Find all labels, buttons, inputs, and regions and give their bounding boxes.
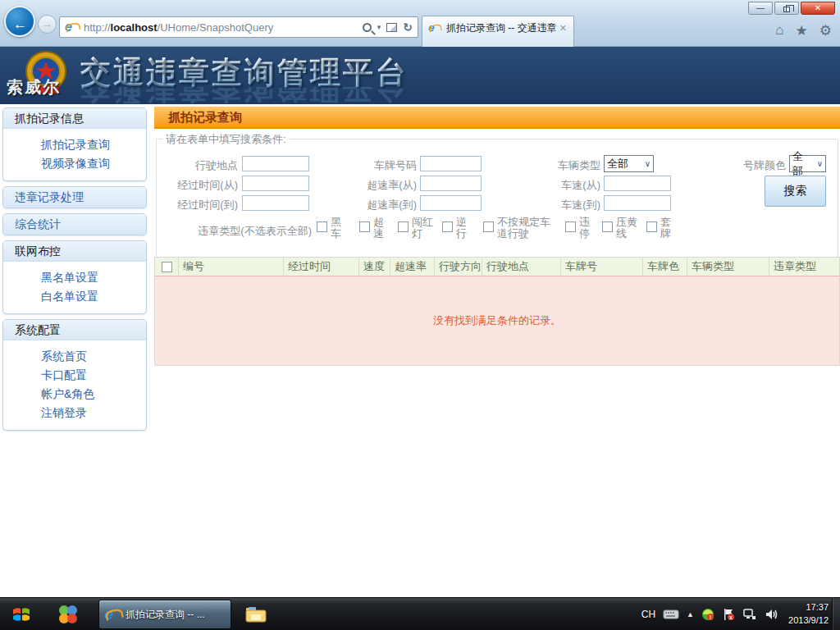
col-overspeed-rate: 超速率 — [390, 258, 435, 276]
ie-favicon: e — [65, 21, 79, 34]
compatibility-view-icon[interactable] — [386, 23, 397, 32]
home-icon[interactable]: ⌂ — [775, 22, 783, 39]
speed-from-input[interactable] — [604, 176, 671, 191]
address-bar[interactable]: e http://localhost/UHome/SnapshotQuery ▾… — [59, 16, 418, 38]
violation-option-text: 闯红灯 — [412, 217, 436, 240]
sidebar-item-checkpoint-config[interactable]: 卡口配置 — [3, 366, 146, 385]
antivirus-tray-icon[interactable]: ! — [701, 608, 714, 621]
network-icon[interactable] — [742, 608, 757, 621]
violation-option-speeding[interactable]: 超速 — [359, 217, 386, 240]
violation-option-text: 套牌 — [660, 217, 673, 240]
violation-option-text: 逆行 — [456, 217, 468, 240]
violation-option-fake-plate[interactable]: 套牌 — [646, 217, 673, 240]
select-all-checkbox[interactable] — [162, 262, 172, 272]
explorer-folder-icon[interactable] — [242, 601, 270, 628]
sidebar-item-blacklist[interactable]: 黑名单设置 — [3, 268, 146, 287]
svg-text:x: x — [729, 614, 733, 620]
sidebar-header-system-config[interactable]: 系统配置 — [3, 320, 146, 340]
violation-option-black-car[interactable]: 黑车 — [317, 217, 343, 240]
settings-gear-icon[interactable]: ⚙ — [819, 22, 832, 39]
checkbox-speeding[interactable] — [359, 221, 370, 232]
plate-color-label: 号牌颜色 — [704, 158, 786, 173]
vehicle-type-select[interactable]: 全部∨ — [604, 155, 654, 172]
checkbox-yellow-line[interactable] — [602, 221, 613, 232]
sidebar-section-network-control: 联网布控 黑名单设置 白名单设置 — [2, 240, 147, 314]
sidebar-item-whitelist[interactable]: 白名单设置 — [3, 287, 146, 306]
tab-close-icon[interactable]: ✕ — [558, 23, 568, 34]
close-button[interactable]: ✕ — [801, 2, 835, 15]
tab-title: 抓拍记录查询 -- 交通违章… — [446, 21, 558, 35]
browser-tab[interactable]: e 抓拍记录查询 -- 交通违章… ✕ — [422, 16, 574, 47]
plate-color-select[interactable]: 全部∨ — [789, 155, 826, 172]
checkbox-black-car[interactable] — [317, 221, 327, 232]
sidebar-section-statistics: 综合统计 — [2, 213, 147, 235]
sidebar-item-logout[interactable]: 注销登录 — [3, 404, 146, 422]
main-content: 抓拍记录查询 请在表单中填写搜索条件: 行驶地点 车牌号码 车辆类型 全部∨ 号… — [154, 107, 840, 275]
show-desktop-button[interactable] — [832, 598, 840, 630]
back-arrow-icon: ← — [13, 16, 27, 33]
violation-option-wrong-way[interactable]: 逆行 — [442, 217, 468, 240]
sidebar-item-accounts-roles[interactable]: 帐户&角色 — [3, 385, 146, 404]
restore-button[interactable] — [774, 2, 799, 15]
violation-option-text: 压黄线 — [616, 217, 640, 240]
overspeed-from-input[interactable] — [420, 176, 482, 191]
chevron-down-icon[interactable]: ▾ — [377, 23, 381, 31]
speed-to-input[interactable] — [604, 195, 671, 211]
pinwheel-app-icon[interactable] — [54, 601, 82, 628]
sidebar-item-system-home[interactable]: 系统首页 — [3, 347, 146, 366]
violation-option-red-light[interactable]: 闯红灯 — [398, 217, 436, 240]
system-tray: CH ▲ ! x — [641, 598, 778, 630]
action-center-flag-icon[interactable]: x — [722, 608, 735, 621]
search-button[interactable]: 搜索 — [765, 176, 826, 207]
taskbar-ie-button[interactable]: e 抓拍记录查询 -- ... — [98, 600, 231, 629]
svg-text:!: ! — [710, 614, 711, 620]
tray-expand-icon[interactable]: ▲ — [687, 610, 694, 619]
refresh-icon[interactable]: ↻ — [403, 21, 413, 34]
start-button[interactable] — [7, 600, 36, 629]
violation-option-wrong-lane[interactable]: 不按规定车道行驶 — [483, 217, 555, 240]
violation-option-yellow-line[interactable]: 压黄线 — [602, 217, 640, 240]
checkbox-wrong-lane[interactable] — [483, 221, 494, 232]
sidebar-header-statistics[interactable]: 综合统计 — [3, 214, 146, 235]
forward-arrow-icon: → — [43, 18, 52, 30]
checkbox-wrong-way[interactable] — [442, 221, 453, 232]
violation-option-illegal-parking[interactable]: 违停 — [565, 217, 591, 240]
violation-option-text: 黑车 — [331, 217, 343, 240]
overspeed-to-input[interactable] — [420, 195, 482, 211]
checkbox-illegal-parking[interactable] — [565, 221, 576, 232]
checkbox-red-light[interactable] — [398, 221, 409, 232]
sidebar-header-violation-processing[interactable]: 违章记录处理 — [3, 187, 146, 208]
favorites-star-icon[interactable]: ★ — [796, 22, 808, 39]
sidebar-item-video-query[interactable]: 视频录像查询 — [3, 154, 146, 173]
site-header: 索威尔 交通违章查询管理平台 交通违章查询管理平台 — [0, 47, 840, 104]
volume-icon[interactable] — [765, 608, 778, 621]
time-from-label: 经过时间(从) — [154, 178, 238, 193]
results-table: 编号 经过时间 速度 超速率 行驶方向 行驶地点 车牌号 车牌色 车辆类型 违章… — [154, 257, 840, 366]
forward-button[interactable]: → — [38, 15, 57, 34]
violation-type-label: 违章类型(不选表示全部) — [154, 224, 312, 239]
plate-number-input[interactable] — [420, 156, 482, 171]
search-icon[interactable] — [363, 23, 372, 32]
checkbox-fake-plate[interactable] — [646, 221, 657, 232]
sidebar-section-system-config: 系统配置 系统首页 卡口配置 帐户&角色 注销登录 — [2, 319, 147, 431]
back-button[interactable]: ← — [4, 6, 35, 37]
plate-number-label: 车牌号码 — [333, 158, 417, 173]
sidebar-header-snapshot-info[interactable]: 抓拍记录信息 — [3, 108, 146, 129]
overspeed-from-label: 超速率(从) — [333, 178, 417, 193]
time-from-input[interactable] — [242, 176, 309, 191]
browser-chrome: — ✕ ← → e http://localhost/UHome/Snapsho… — [0, 0, 840, 47]
taskbar-clock[interactable]: 17:37 2013/9/12 — [788, 600, 829, 627]
vehicle-type-label: 车辆类型 — [518, 158, 600, 173]
sidebar-header-network-control[interactable]: 联网布控 — [3, 241, 146, 262]
sidebar-section-violation-processing: 违章记录处理 — [2, 186, 147, 208]
minimize-button[interactable]: — — [748, 2, 773, 15]
language-indicator[interactable]: CH — [641, 609, 655, 620]
time-to-input[interactable] — [242, 195, 309, 211]
time-to-label: 经过时间(到) — [154, 198, 238, 212]
keyboard-icon[interactable] — [663, 609, 679, 620]
sidebar-item-snapshot-query[interactable]: 抓拍记录查询 — [3, 135, 146, 154]
url-text[interactable]: http://localhost/UHome/SnapshotQuery — [84, 21, 363, 34]
page-title: 抓拍记录查询 — [154, 107, 840, 129]
location-input[interactable] — [242, 156, 309, 171]
location-label: 行驶地点 — [154, 158, 238, 173]
